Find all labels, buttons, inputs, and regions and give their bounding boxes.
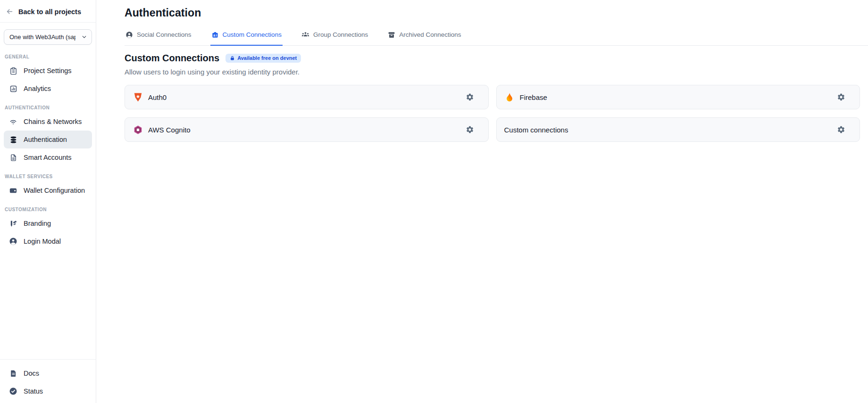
sidebar-footer: Docs Status bbox=[0, 359, 96, 403]
archive-box-icon bbox=[388, 31, 395, 39]
section-label-customization: CUSTOMIZATION bbox=[5, 207, 91, 212]
wifi-icon bbox=[9, 117, 17, 126]
wallet-icon bbox=[9, 186, 17, 195]
card-auth0[interactable]: Auth0 bbox=[125, 85, 489, 109]
main-content: Authentication Social Connections Custom… bbox=[96, 0, 868, 403]
card-label: Custom connections bbox=[504, 126, 568, 134]
tab-group-connections[interactable]: Group Connections bbox=[300, 28, 369, 46]
card-aws-cognito[interactable]: AWS Cognito bbox=[125, 117, 489, 142]
sidebar-item-label: Project Settings bbox=[24, 67, 72, 74]
chevron-down-icon bbox=[81, 34, 87, 40]
card-firebase[interactable]: Firebase bbox=[496, 85, 860, 109]
section-header: Custom Connections Available free on dev… bbox=[125, 53, 860, 64]
brush-icon bbox=[9, 219, 17, 228]
sidebar-item-authentication[interactable]: Authentication bbox=[4, 131, 92, 148]
sidebar-item-login-modal[interactable]: Login Modal bbox=[4, 232, 92, 250]
section-label-general: GENERAL bbox=[5, 54, 91, 59]
sidebar-item-label: Analytics bbox=[24, 85, 51, 92]
page-title: Authentication bbox=[125, 7, 860, 19]
sidebar-item-label: Branding bbox=[24, 220, 51, 227]
connection-cards-grid: Auth0 Firebase bbox=[125, 85, 860, 142]
sidebar-item-docs[interactable]: Docs bbox=[4, 364, 92, 382]
sidebar-item-label: Wallet Configuration bbox=[24, 187, 85, 194]
tab-label: Custom Connections bbox=[223, 31, 282, 38]
app-window: Back to all projects One with Web3Auth (… bbox=[0, 0, 868, 403]
project-selector[interactable]: One with Web3Auth (sap bbox=[4, 29, 92, 45]
sidebar-item-wallet-configuration[interactable]: Wallet Configuration bbox=[4, 181, 92, 199]
card-custom-connections[interactable]: Custom connections bbox=[496, 117, 860, 142]
section-description: Allow users to login using your existing… bbox=[125, 68, 860, 76]
clipboard-icon bbox=[9, 66, 17, 75]
sidebar-item-label: Login Modal bbox=[24, 238, 61, 245]
back-to-projects-link[interactable]: Back to all projects bbox=[0, 0, 96, 23]
sidebar-item-label: Status bbox=[24, 387, 43, 395]
document-icon bbox=[9, 369, 17, 378]
sidebar-item-status[interactable]: Status bbox=[4, 382, 92, 400]
tab-label: Archived Connections bbox=[399, 31, 461, 38]
card-label: AWS Cognito bbox=[148, 126, 190, 134]
badge-label: Available free on devnet bbox=[237, 56, 297, 61]
sidebar-item-analytics[interactable]: Analytics bbox=[4, 80, 92, 98]
sidebar-item-smart-accounts[interactable]: Smart Accounts bbox=[4, 148, 92, 166]
project-selector-value: One with Web3Auth (sap bbox=[9, 33, 75, 41]
sidebar: Back to all projects One with Web3Auth (… bbox=[0, 0, 96, 403]
card-label: Firebase bbox=[520, 93, 547, 101]
analytics-icon bbox=[9, 84, 17, 93]
auth0-logo bbox=[133, 92, 143, 102]
user-circle-icon bbox=[9, 237, 17, 246]
sidebar-item-chains-networks[interactable]: Chains & Networks bbox=[4, 113, 92, 131]
lock-icon bbox=[230, 56, 235, 61]
sidebar-item-label: Docs bbox=[24, 370, 39, 377]
arrow-left-icon bbox=[6, 8, 14, 16]
file-icon bbox=[9, 153, 17, 162]
gear-icon[interactable] bbox=[463, 123, 477, 137]
tab-label: Social Connections bbox=[137, 31, 192, 38]
users-group-icon bbox=[301, 31, 309, 39]
aws-cognito-logo bbox=[133, 124, 143, 135]
tab-custom-connections[interactable]: Custom Connections bbox=[210, 28, 283, 46]
sidebar-item-branding[interactable]: Branding bbox=[4, 214, 92, 232]
section-title: Custom Connections bbox=[125, 53, 219, 64]
tab-social-connections[interactable]: Social Connections bbox=[125, 28, 192, 46]
gear-icon[interactable] bbox=[834, 123, 848, 137]
sidebar-nav: GENERAL Project Settings Analytics AUTHE… bbox=[0, 45, 96, 250]
tab-bar: Social Connections Custom Connections Gr… bbox=[125, 28, 868, 46]
user-circle-filled-icon bbox=[125, 31, 133, 39]
sidebar-item-label: Chains & Networks bbox=[24, 118, 82, 125]
sidebar-spacer bbox=[0, 250, 96, 359]
back-label: Back to all projects bbox=[18, 8, 81, 16]
id-badge-icon bbox=[211, 31, 219, 39]
database-icon bbox=[9, 135, 17, 144]
tab-label: Group Connections bbox=[313, 31, 368, 38]
section-label-authentication: AUTHENTICATION bbox=[5, 105, 91, 110]
gear-icon[interactable] bbox=[834, 90, 848, 104]
devnet-badge: Available free on devnet bbox=[225, 54, 301, 63]
section-label-wallet-services: WALLET SERVICES bbox=[5, 174, 91, 179]
firebase-logo bbox=[504, 92, 515, 102]
gear-icon[interactable] bbox=[463, 90, 477, 104]
tab-archived-connections[interactable]: Archived Connections bbox=[387, 28, 462, 46]
card-label: Auth0 bbox=[148, 93, 167, 101]
sidebar-item-label: Authentication bbox=[24, 136, 67, 143]
sidebar-item-project-settings[interactable]: Project Settings bbox=[4, 62, 92, 80]
check-circle-icon bbox=[9, 387, 17, 395]
sidebar-item-label: Smart Accounts bbox=[24, 154, 72, 161]
